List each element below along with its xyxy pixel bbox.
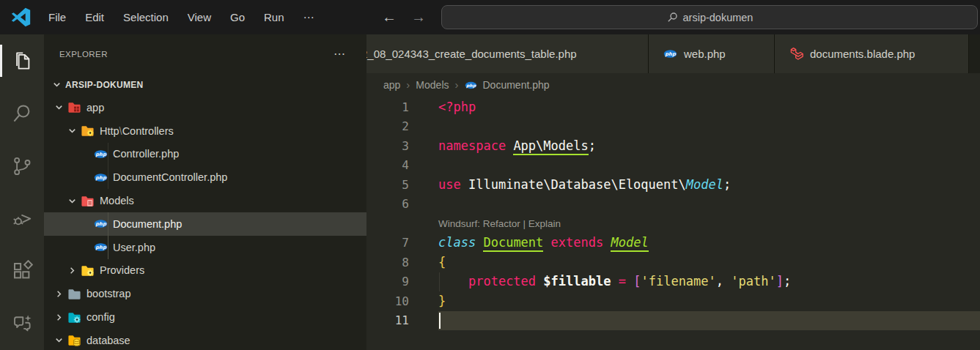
line-number: 1 [366,100,438,114]
activitybar-search[interactable] [0,87,44,140]
tree-item-controller.php[interactable]: phpController.php [44,143,366,166]
line-number: 11 [366,313,438,327]
svg-text:php: php [95,152,107,157]
line-number: 8 [366,256,438,269]
activitybar-chat[interactable] [0,297,44,350]
tree-item-label: Models [100,195,134,206]
breadcrumb-separator: › [455,78,459,91]
sidebar-more-actions-icon[interactable]: ⋯ [334,47,346,61]
forward-arrow-icon[interactable]: → [409,9,428,26]
back-arrow-icon[interactable]: ← [380,9,399,26]
tree-item-document.php[interactable]: phpDocument.php [44,212,366,236]
file-tree: appHttp\ControllersphpController.phpphpD… [44,96,366,350]
code-line-3[interactable]: 3namespace App\Models; [366,136,980,156]
php-file-icon: php [94,240,108,254]
workspace-name: ARSIP-DOKUMEN [65,80,144,90]
code-line-9[interactable]: 9 protected $fillable = ['filename', 'pa… [366,272,980,292]
current-line-highlight [438,311,980,331]
editor-group: 2_08_024343_create_documents_table.phpph… [366,34,980,350]
sidebar-header: EXPLORER ⋯ [44,34,366,73]
folder-app-icon [67,100,81,114]
code-line-11[interactable]: 11 [366,311,980,331]
tree-item-models[interactable]: Models [44,189,366,212]
code-line-text: class Document extends Model [438,237,649,249]
tree-item-user.php[interactable]: phpUser.php [44,236,366,259]
tree-item-providers[interactable]: Providers [44,259,366,283]
line-number: 3 [366,139,438,153]
titlebar: FileEditSelectionViewGoRun⋯ ← → arsip-do… [0,0,980,34]
code-line-text: use Illuminate\Database\Eloquent\Model; [438,179,731,191]
code-line-10[interactable]: 10} [366,291,980,311]
run-debug-icon [11,207,33,229]
code-line-text: { [438,256,446,269]
tab-documents.blade.php[interactable]: documents.blade.php [775,34,969,73]
chevron-right-icon [66,264,78,277]
menu-item-[interactable]: ⋯ [294,7,324,29]
search-value: arsip-dokumen [683,12,754,23]
tree-item-label: bootstrap [86,288,130,299]
menu-item-view[interactable]: View [178,7,221,28]
code-line-6[interactable]: 6 [366,195,980,215]
code-line-5[interactable]: 5use Illuminate\Database\Eloquent\Model; [366,175,980,195]
tab-web.php[interactable]: phpweb.php [649,34,775,73]
menu-item-go[interactable]: Go [221,7,254,28]
code-line-8[interactable]: 8{ [366,253,980,272]
text-cursor [439,313,441,329]
code-line-text: <?php [438,101,476,113]
tree-item-label: User.php [113,242,155,253]
menu-item-run[interactable]: Run [254,7,294,28]
tree-item-documentcontroller.php[interactable]: phpDocumentController.php [44,165,366,189]
breadcrumb-separator: › [406,78,410,91]
tree-item-label: Providers [100,264,144,276]
tab-label: documents.blade.php [810,48,915,60]
vscode-window: FileEditSelectionViewGoRun⋯ ← → arsip-do… [0,0,980,350]
activitybar-run-debug[interactable] [0,192,44,245]
folder-database-icon [67,333,81,347]
chevron-down-icon [53,334,65,346]
line-number: 4 [366,158,438,172]
tree-indent-guide [108,143,108,190]
workspace-section-header[interactable]: ARSIP-DOKUMEN [44,73,366,96]
explorer-sidebar: EXPLORER ⋯ ARSIP-DOKUMEN appHttp\Control… [44,34,366,350]
search-icon [666,12,678,23]
breadcrumb-item-file[interactable]: Document.php [483,79,550,91]
code-line-text: } [438,295,446,308]
svg-text:php: php [95,245,107,250]
menu-item-selection[interactable]: Selection [114,7,178,28]
chevron-down-icon [66,124,78,137]
code-editor[interactable]: 1<?php23namespace App\Models;45use Illum… [366,96,980,350]
tree-item-config[interactable]: config [44,305,366,329]
svg-text:php: php [665,51,677,57]
code-line-4[interactable]: 4 [366,156,980,176]
folder-plain-icon [67,287,81,301]
breadcrumb-item-models[interactable]: Models [416,79,449,91]
chevron-right-icon [53,288,65,300]
activitybar-extensions[interactable] [0,245,44,297]
breadcrumb-item-app[interactable]: app [383,79,400,91]
tree-item-label: database [86,335,130,346]
line-number: 6 [366,197,438,211]
codelens-windsurf[interactable]: Windsurf: Refactor | Explain [366,214,980,234]
chevron-down-icon [66,195,78,207]
tree-item-bootstrap[interactable]: bootstrap [44,282,366,305]
code-line-2[interactable]: 2 [366,117,980,137]
menu-item-edit[interactable]: Edit [75,7,114,28]
folder-controllers-icon [81,124,95,138]
command-center-search[interactable]: arsip-dokumen [441,5,978,29]
chevron-down-icon [53,101,65,113]
code-line-1[interactable]: 1<?php [366,97,980,117]
tree-item-label: Controller.php [113,148,179,160]
code-line-7[interactable]: 7class Document extends Model [366,234,980,253]
vscode-logo-icon [10,7,32,29]
folder-config-icon [67,310,81,324]
tree-item-http-controllers[interactable]: Http\Controllers [44,119,366,143]
php-file-icon: php [465,78,477,91]
tree-item-database[interactable]: database [44,329,366,350]
folder-providers-icon [81,264,95,278]
activitybar-explorer[interactable] [0,34,44,87]
tree-item-app[interactable]: app [44,96,366,119]
breadcrumb: app›Models›phpDocument.php [366,73,980,96]
activitybar-source-control[interactable] [0,140,44,193]
menu-item-file[interactable]: File [39,7,75,28]
tab-2-08-024343-create-documents-table.php[interactable]: 2_08_024343_create_documents_table.php [366,34,649,73]
